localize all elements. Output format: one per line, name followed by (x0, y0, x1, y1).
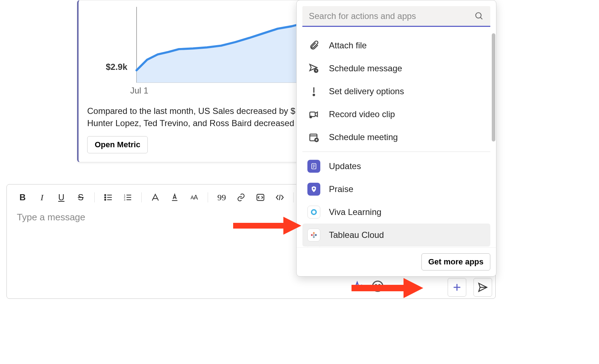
code-block-button[interactable] (274, 192, 286, 203)
toolbar-separator (208, 192, 208, 202)
action-label: Schedule meeting (329, 132, 398, 142)
svg-point-6 (105, 197, 106, 198)
font-color-button[interactable] (169, 192, 180, 203)
action-label: Set delivery options (329, 86, 404, 96)
svg-marker-57 (283, 217, 301, 235)
app-viva-learning[interactable]: Viva Learning (302, 201, 490, 224)
updates-app-icon (307, 160, 320, 173)
numbered-list-button[interactable]: 123 (122, 192, 133, 203)
open-metric-button[interactable]: Open Metric (87, 136, 148, 153)
paperclip-icon (307, 39, 320, 52)
viva-learning-app-icon (307, 206, 320, 219)
app-label: Updates (329, 161, 361, 171)
svg-line-29 (480, 17, 482, 19)
app-tableau-cloud[interactable]: Tableau Cloud (302, 224, 490, 246)
action-set-delivery-options[interactable]: Set delivery options (302, 80, 490, 103)
action-label: Attach file (329, 40, 367, 51)
video-camera-icon (307, 108, 320, 121)
link-button[interactable] (235, 192, 247, 203)
action-schedule-message[interactable]: Schedule message (302, 57, 490, 80)
toolbar-separator (293, 192, 294, 202)
action-attach-file[interactable]: Attach file (302, 34, 490, 57)
svg-text:3: 3 (124, 198, 125, 201)
strikethrough-button[interactable]: S (75, 192, 86, 203)
chart-start-value-label: $2.9k (106, 62, 127, 72)
bullet-list-button[interactable] (103, 192, 114, 203)
popup-footer: Get more apps (297, 247, 496, 276)
important-icon (307, 85, 320, 98)
search-input[interactable] (309, 11, 470, 21)
font-size-button[interactable]: AA (188, 192, 200, 203)
app-label: Praise (329, 184, 353, 194)
svg-point-55 (313, 235, 315, 236)
app-label: Tableau Cloud (329, 230, 384, 240)
tableau-cloud-app-icon (307, 229, 320, 241)
app-icon-partial (307, 246, 320, 247)
action-schedule-meeting[interactable]: Schedule meeting (302, 126, 490, 149)
search-icon (475, 11, 484, 21)
action-record-video-clip[interactable]: Record video clip (302, 103, 490, 126)
action-label: Record video clip (329, 109, 395, 119)
svg-point-46 (312, 210, 315, 214)
actions-apps-popup: Attach file Schedule message Set deliver… (296, 0, 496, 277)
get-more-apps-button[interactable]: Get more apps (421, 253, 490, 270)
annotation-arrow-to-plus-button (352, 278, 423, 298)
annotation-arrow-to-tableau (233, 217, 301, 235)
calendar-plus-icon (307, 131, 320, 144)
code-snippet-button[interactable] (255, 192, 266, 203)
add-attachment-button[interactable] (448, 278, 466, 297)
underline-button[interactable]: U (56, 192, 67, 203)
highlight-button[interactable] (150, 192, 161, 203)
quote-button[interactable]: 99 (216, 192, 227, 203)
svg-point-28 (476, 13, 481, 18)
app-item-partial[interactable] (302, 246, 490, 247)
action-label: Schedule message (329, 63, 402, 73)
svg-point-34 (310, 116, 312, 119)
italic-button[interactable]: I (36, 192, 48, 203)
svg-rect-58 (352, 285, 404, 291)
svg-rect-56 (233, 223, 283, 229)
app-praise[interactable]: Praise (302, 178, 490, 201)
send-button[interactable] (473, 278, 492, 297)
popup-divider (302, 152, 490, 152)
svg-marker-59 (404, 278, 423, 298)
bold-button[interactable]: B (17, 192, 28, 203)
popup-list: Attach file Schedule message Set deliver… (297, 33, 496, 247)
praise-app-icon (307, 183, 320, 196)
popup-search-field[interactable] (302, 6, 490, 27)
svg-line-20 (279, 195, 280, 200)
app-label: Viva Learning (329, 207, 381, 217)
chart-x-start-label: Jul 1 (130, 86, 148, 96)
compose-actions-row (448, 278, 492, 297)
svg-point-4 (105, 195, 106, 196)
svg-point-8 (105, 199, 106, 200)
svg-point-32 (313, 94, 315, 96)
toolbar-separator (141, 192, 142, 202)
plus-icon (452, 282, 462, 292)
toolbar-separator (94, 192, 95, 202)
send-clock-icon (307, 62, 320, 75)
send-icon (477, 282, 488, 293)
app-updates[interactable]: Updates (302, 155, 490, 178)
svg-point-44 (313, 188, 315, 190)
